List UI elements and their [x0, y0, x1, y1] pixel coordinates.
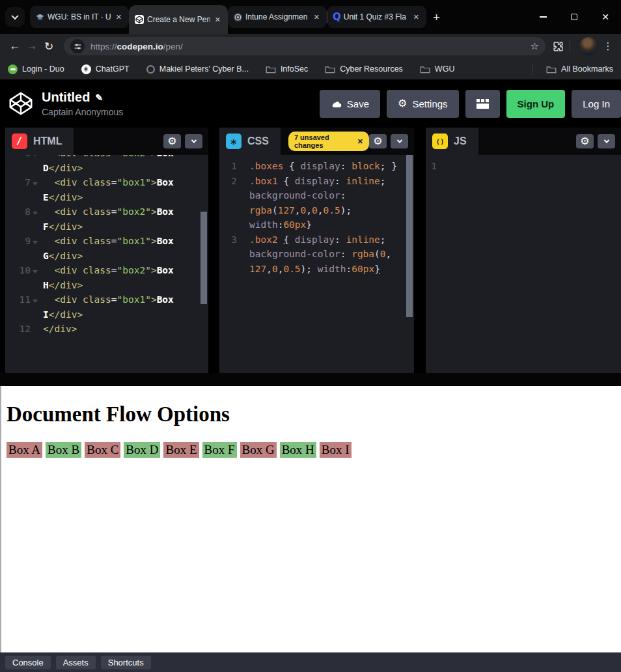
- fold-arrow-icon[interactable]: [31, 234, 39, 249]
- close-icon[interactable]: ✕: [114, 13, 124, 21]
- back-button[interactable]: ←: [7, 40, 23, 53]
- code-row[interactable]: I</div>: [5, 307, 208, 322]
- code-row[interactable]: 2.box1 { display: inline;: [219, 174, 414, 189]
- forward-button[interactable]: →: [23, 40, 40, 53]
- code-row[interactable]: E</div>: [5, 190, 208, 205]
- layout-view-button[interactable]: [465, 90, 500, 118]
- sign-up-button[interactable]: Sign Up: [506, 90, 566, 118]
- bookmark-star-icon[interactable]: ☆: [531, 40, 539, 52]
- avatar[interactable]: [579, 37, 598, 55]
- code-row[interactable]: 12</div>: [5, 322, 208, 337]
- code-token: class: [77, 206, 111, 217]
- code-row[interactable]: 1.boxes { display: block; }: [219, 159, 414, 174]
- css-settings-button[interactable]: ⚙: [369, 134, 387, 148]
- css-code-editor[interactable]: 1.boxes { display: block; }2.box1 { disp…: [219, 128, 414, 373]
- code-row[interactable]: background-color:: [219, 188, 414, 203]
- css-file-tab[interactable]: * CSS: [219, 128, 281, 155]
- fold-arrow-icon[interactable]: [31, 204, 39, 219]
- code-row[interactable]: 10 <div class="box2">Box: [5, 263, 208, 278]
- code-token: </div>: [49, 280, 83, 290]
- code-row[interactable]: 11 <div class="box1">Box: [5, 292, 208, 307]
- reload-button[interactable]: ↻: [40, 40, 57, 53]
- code-token: >: [151, 294, 157, 305]
- code-row[interactable]: width:60px}: [219, 217, 414, 232]
- codepen-logo[interactable]: [8, 91, 34, 117]
- js-settings-button[interactable]: ⚙: [576, 134, 594, 148]
- save-button[interactable]: Save: [320, 90, 380, 118]
- code-token: </div>: [49, 192, 83, 203]
- fold-arrow-icon[interactable]: [31, 263, 39, 278]
- menu-kebab-icon[interactable]: ⋮: [601, 40, 614, 52]
- code-row[interactable]: 3.box2 { display: inline;: [219, 232, 414, 247]
- html-panel-header: / HTML ⚙: [5, 128, 208, 155]
- code-row[interactable]: rgba(127,0,0,0.5);: [219, 203, 414, 218]
- html-collapse-button[interactable]: [185, 134, 202, 148]
- tab-intune[interactable]: Intune Assignmen ✕: [228, 6, 327, 28]
- fold-arrow-icon[interactable]: [31, 175, 39, 190]
- close-window-button[interactable]: ✕: [590, 0, 621, 34]
- close-icon[interactable]: ✕: [213, 16, 223, 24]
- code-row[interactable]: F</div>: [5, 219, 208, 234]
- html-scrollbar[interactable]: [200, 212, 207, 304]
- console-button[interactable]: Console: [5, 656, 51, 669]
- settings-button[interactable]: ⚙ Settings: [387, 90, 459, 118]
- bookmark-makiel-peters[interactable]: Makiel Peters' Cyber B...: [146, 64, 249, 74]
- bookmark-folder-infosec[interactable]: InfoSec: [266, 64, 308, 74]
- css-collapse-button[interactable]: [391, 134, 408, 148]
- code-row[interactable]: 1: [426, 159, 621, 174]
- html-code-editor[interactable]: 6 <div class="box2">BoxD</div>7 <div cla…: [5, 128, 208, 373]
- bookmark-folder-wgu[interactable]: WGU: [420, 64, 455, 74]
- new-tab-button[interactable]: +: [433, 10, 440, 25]
- tab-wgu[interactable]: WGU: BS in IT · Un ✕: [30, 6, 129, 28]
- extensions-puzzle-icon[interactable]: [552, 40, 564, 53]
- code-token: ,: [306, 205, 312, 216]
- code-token: display: [295, 234, 335, 245]
- js-editor-panel: () JS ⚙ 1: [426, 128, 621, 373]
- code-row[interactable]: 8 <div class="box2">Box: [5, 204, 208, 219]
- bookmarks-divider: [532, 63, 532, 75]
- log-in-button[interactable]: Log In: [572, 90, 621, 118]
- tab-create-a-new-pen[interactable]: Create a New Pen ✕: [129, 5, 228, 34]
- address-bar[interactable]: https://codepen.io/pen/ ☆: [64, 37, 545, 55]
- edit-pencil-icon[interactable]: ✎: [95, 92, 103, 103]
- tab-quizlet[interactable]: Q Unit 1 Quiz #3 Fla ✕: [327, 6, 426, 28]
- bookmark-login-duo[interactable]: Login - Duo: [8, 64, 64, 74]
- code-row[interactable]: 9 <div class="box1">Box: [5, 234, 208, 249]
- shortcuts-button[interactable]: Shortcuts: [101, 656, 151, 669]
- bookmark-folder-cyber-resources[interactable]: Cyber Resources: [325, 64, 403, 74]
- site-settings-icon[interactable]: [70, 39, 85, 53]
- html-file-tab[interactable]: / HTML: [5, 128, 74, 155]
- html-settings-button[interactable]: ⚙: [163, 134, 181, 148]
- code-token: 127: [278, 205, 295, 216]
- code-row[interactable]: 7 <div class="box1">Box: [5, 175, 208, 190]
- maximize-button[interactable]: [559, 0, 590, 34]
- browser-toolbar: ← → ↻ https://codepen.io/pen/ ☆ ⋮: [0, 34, 621, 59]
- code-row[interactable]: 127,0,0.5); width:60px}: [219, 262, 414, 277]
- close-icon[interactable]: ✕: [411, 13, 421, 21]
- bookmark-label: InfoSec: [281, 64, 308, 74]
- editor-preview-divider[interactable]: [0, 373, 621, 386]
- close-icon[interactable]: ✕: [357, 137, 363, 146]
- css-scrollbar[interactable]: [406, 154, 413, 317]
- code-row[interactable]: H</div>: [5, 278, 208, 293]
- js-file-tab[interactable]: () JS: [426, 128, 478, 155]
- code-token: 60px: [283, 219, 306, 230]
- all-bookmarks[interactable]: All Bookmarks: [527, 63, 613, 75]
- fold-arrow-icon[interactable]: [31, 292, 39, 307]
- close-icon[interactable]: ✕: [312, 13, 322, 21]
- code-row[interactable]: background-color: rgba(0,: [219, 247, 414, 262]
- minimize-button[interactable]: [527, 0, 559, 34]
- code-token: F: [43, 221, 49, 232]
- css-editor-panel: * CSS 7 unsaved changes ✕ ⚙ 1.boxes { di…: [219, 128, 414, 373]
- js-label: JS: [454, 135, 467, 147]
- code-token: .box2: [249, 234, 278, 245]
- js-collapse-button[interactable]: [598, 134, 615, 148]
- code-row[interactable]: D</div>: [5, 161, 208, 176]
- unsaved-changes-badge[interactable]: 7 unsaved changes ✕: [288, 132, 369, 151]
- code-row[interactable]: G</div>: [5, 249, 208, 264]
- tab-search-button[interactable]: [5, 7, 25, 27]
- bookmark-chatgpt[interactable]: ChatGPT: [81, 64, 130, 74]
- js-code-editor[interactable]: 1: [426, 128, 621, 373]
- url-text: https://codepen.io/pen/: [90, 42, 183, 51]
- assets-button[interactable]: Assets: [56, 656, 96, 669]
